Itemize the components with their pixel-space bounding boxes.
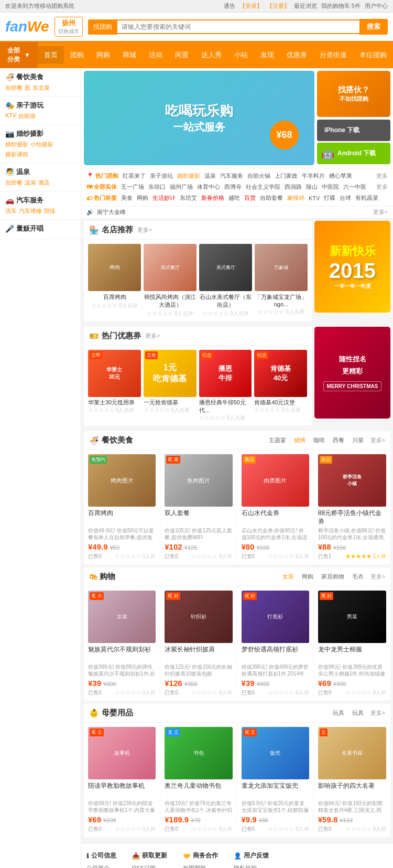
tag-link-1[interactable]: 美食 <box>121 194 133 202</box>
footer-link-franchise[interactable]: 加盟帮助 <box>183 864 218 868</box>
sub-cat-small-photo[interactable]: 小怡摄影 <box>30 141 53 148</box>
sub-cat-wedding-photo[interactable]: 婚纱摄影 <box>5 141 28 148</box>
sub-cat-buffet2[interactable]: 自助餐 <box>5 179 23 187</box>
recent-link[interactable]: 最近浏览 <box>294 2 317 10</box>
baby-product-img-4[interactable]: 立 名著书籍 <box>318 727 386 779</box>
user-center-link[interactable]: 用户中心 <box>365 2 388 10</box>
baby-product-img-3[interactable]: 尾 立 饭兜 <box>242 727 309 779</box>
android-download-button[interactable]: 🤖 Android 下载 <box>317 143 390 164</box>
baby-product-img-1[interactable]: 尾 立 故事机 <box>88 727 156 779</box>
shop-tab-women[interactable]: 女装 <box>280 572 297 582</box>
shop-tab-home[interactable]: 家居购物 <box>319 572 347 582</box>
hot-link-1[interactable]: 红茶来了 <box>123 172 146 180</box>
store-img-4[interactable]: 万象城 <box>255 244 308 291</box>
area-link-8[interactable]: 陵山 <box>306 183 318 191</box>
coupon-img-3[interactable]: 纪念 播恩牛排 <box>199 350 252 397</box>
nav-item-station[interactable]: 小站 <box>228 46 254 64</box>
food-product-img-4[interactable]: 新品 桥亭活鱼小镇 <box>318 454 386 507</box>
shop-product-img-3[interactable]: 尾 好 打底衫 <box>242 591 309 643</box>
nav-item-discover[interactable]: 发现 <box>254 46 280 64</box>
nav-item-activity[interactable]: 活动 <box>143 46 169 64</box>
baby-tab-1[interactable]: 玩具 <box>330 708 347 718</box>
tag-link-10[interactable]: KTV <box>309 195 320 201</box>
coupon-img-4[interactable]: 纪念 肯德基40元 <box>254 350 307 397</box>
hotlinks-more1[interactable]: 更多 <box>376 172 388 180</box>
ios-download-button[interactable]: iPhone 下载 <box>317 120 390 141</box>
baby-product-img-2[interactable]: 龙 立 书包 <box>165 727 232 779</box>
tag-link-8[interactable]: 自助套餐 <box>260 194 283 202</box>
food-product-img-1[interactable]: 免预约 烤肉图片 <box>88 454 156 507</box>
area-link-4[interactable]: 体育中心 <box>197 183 220 191</box>
nav-item-shopping[interactable]: 网购 <box>90 46 116 64</box>
baby-tab-2[interactable]: 玩具 <box>350 708 366 718</box>
featured-stores-more[interactable]: 更多> <box>137 226 152 234</box>
food-product-img-3[interactable]: 新品 肉类图片 <box>242 454 309 507</box>
shop-product-img-1[interactable]: 尾 大 女装 <box>88 591 156 643</box>
hot-link-3[interactable]: 婚纱摄影 <box>177 172 200 180</box>
sub-cat-photo-class[interactable]: 摄影课程 <box>5 151 28 158</box>
sub-cat-hotspring[interactable]: 温泉 <box>25 179 36 187</box>
sub-cat-practice[interactable]: 陪练 <box>44 207 56 215</box>
tag-link-11[interactable]: 打碟 <box>324 194 335 202</box>
nav-item-category[interactable]: 分类街道 <box>313 46 353 64</box>
footer-link-intro[interactable]: 公司简介 <box>86 864 116 868</box>
search-input[interactable] <box>117 19 360 34</box>
area-link-9[interactable]: 中医院 <box>322 183 339 191</box>
banner-main[interactable]: 吃喝玩乐购 一站式服务 ¥68 <box>84 71 314 165</box>
sub-cat-carrepair[interactable]: 汽车维修 <box>19 207 42 215</box>
food-product-img-2[interactable]: 尾 最 鱼肉图片 <box>165 454 232 507</box>
tag-link-13[interactable]: 有机蔬菜 <box>355 194 378 202</box>
food-tab-western[interactable]: 西餐 <box>330 435 347 445</box>
sub-cat-buffet[interactable]: 自助餐 <box>5 84 23 92</box>
area-link-6[interactable]: 社会主义学院 <box>246 183 280 191</box>
sub-cat-tour[interactable]: 自助游 <box>18 112 36 120</box>
store-img-1[interactable]: 烤肉 <box>88 244 141 291</box>
nav-item-idle[interactable]: 闲置 <box>169 46 195 64</box>
tag-link-5[interactable]: 新春价格 <box>201 194 224 202</box>
food-tab-banquet[interactable]: 主题宴 <box>266 435 289 445</box>
tag-link-12[interactable]: 台球 <box>340 194 351 202</box>
tag-link-6[interactable]: 越吃 <box>228 194 240 202</box>
cart-link[interactable]: 我的购物车 5件 <box>321 2 361 10</box>
hot-link-4[interactable]: 温泉 <box>204 172 216 180</box>
register-link[interactable]: 【注册】 <box>267 2 290 10</box>
hot-link-6[interactable]: 自助火锅 <box>247 172 270 180</box>
sidebar-cat-photo-title[interactable]: 📷 婚纱摄影 <box>5 129 75 138</box>
nav-item-home[interactable]: 首页 <box>38 46 64 64</box>
city-selector[interactable]: 扬州 切换城市 <box>54 17 83 37</box>
shop-product-img-4[interactable]: 尾 好 男装 <box>318 591 386 643</box>
tag-link-7[interactable]: 百货 <box>244 194 256 202</box>
sidebar-cat-play-title[interactable]: 🎭 亲子游玩 <box>5 101 75 110</box>
hot-link-8[interactable]: 牛羊料片 <box>302 172 325 180</box>
shop-product-img-2[interactable]: 尾 好 针织衫 <box>165 591 232 643</box>
nav-all-categories[interactable]: 全部分类 ▼ <box>0 42 38 68</box>
hotlinks-more2[interactable]: 更多 <box>376 183 388 191</box>
logo[interactable]: fanWe <box>5 18 49 35</box>
hot-link-7[interactable]: 上门家政 <box>275 172 298 180</box>
shop-tab-sweater[interactable]: 毛衣 <box>350 572 366 582</box>
tag-link-4[interactable]: 东坊艾 <box>180 194 197 202</box>
sub-cat-hotel[interactable]: 酒店 <box>38 179 50 187</box>
baby-section-more[interactable]: 更多> <box>370 709 385 717</box>
tag-link-9[interactable]: 麻辣鸡 <box>287 194 304 202</box>
sub-cat-carwash[interactable]: 洗车 <box>5 207 17 215</box>
food-tab-sichuan[interactable]: 川菜 <box>350 435 366 445</box>
food-section-more[interactable]: 更多> <box>370 436 385 444</box>
tag-link-3[interactable]: 生活妙计 <box>152 194 176 202</box>
sub-cat-northeast[interactable]: 东北菜 <box>32 84 50 92</box>
footer-link-privacy[interactable]: 隐私保护 <box>234 864 269 868</box>
food-tab-coffee[interactable]: 咖啡 <box>311 435 328 445</box>
login-link[interactable]: 【登录】 <box>239 2 263 10</box>
area-link-5[interactable]: 西博寺 <box>224 183 242 191</box>
hot-link-2[interactable]: 亲子游玩 <box>150 172 173 180</box>
sidebar-cat-car-title[interactable]: 🚗 汽车服务 <box>5 196 75 205</box>
search-tab[interactable]: 找团购 <box>88 19 117 35</box>
sub-cat-ktv[interactable]: KTV <box>5 112 16 120</box>
sidebar-cat-spa-title[interactable]: 🧖 温泉 <box>5 167 75 177</box>
coupons-more[interactable]: 更多> <box>145 332 160 340</box>
shop-tab-online[interactable]: 网购 <box>299 572 316 582</box>
coupon-img-1[interactable]: 立即 华莱士30元 <box>88 350 141 397</box>
area-link-7[interactable]: 西淌路 <box>285 183 302 191</box>
area-link-1[interactable]: 五一广场 <box>121 183 144 191</box>
sidebar-cat-sing-title[interactable]: 🎤 量贩开唱 <box>5 224 75 233</box>
